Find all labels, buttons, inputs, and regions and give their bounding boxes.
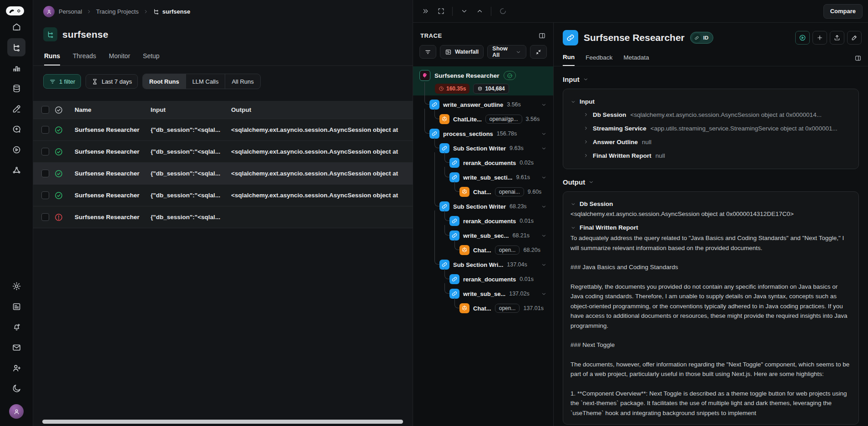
fullscreen-icon[interactable] <box>434 5 448 18</box>
trace-root-node[interactable]: Surfsense Researcher 160.35s 104,684 <box>413 66 553 95</box>
sidebar-item-datasets[interactable] <box>7 79 25 97</box>
chevron-down-icon[interactable] <box>541 175 547 180</box>
trace-filter-button[interactable] <box>419 45 436 59</box>
collapse-panel-icon[interactable] <box>419 5 432 18</box>
date-range-button[interactable]: Last 7 days <box>86 74 138 89</box>
node-name: process_sections <box>443 130 493 137</box>
workspace-avatar[interactable] <box>43 6 55 17</box>
chevron-down-icon[interactable] <box>541 102 547 108</box>
next-run-chevron-up-icon[interactable] <box>473 5 486 18</box>
panel-toggle-icon[interactable] <box>854 55 862 65</box>
chevron-down-icon[interactable] <box>541 291 547 297</box>
row-checkbox[interactable] <box>41 148 49 155</box>
tab-monitor[interactable]: Monitor <box>109 52 130 65</box>
previous-run-chevron-down-icon[interactable] <box>457 5 471 18</box>
sidebar-item-tracing[interactable] <box>7 38 25 56</box>
show-all-dropdown[interactable]: Show All <box>487 45 526 59</box>
user-avatar[interactable] <box>9 404 24 419</box>
sidebar-item-annotate-pen[interactable] <box>7 100 25 118</box>
breadcrumb-current-project[interactable]: surfsense <box>153 8 190 15</box>
segment-all-runs[interactable]: All Runs <box>225 74 260 89</box>
table-row[interactable]: Surfsense Researcher{"db_session":"<sqla… <box>33 185 413 206</box>
trace-top-bar: Compare <box>413 0 868 23</box>
compare-button[interactable]: Compare <box>823 4 863 19</box>
input-section-header[interactable]: Input <box>554 66 868 83</box>
sidebar-item-moon[interactable] <box>7 379 25 397</box>
filter-button[interactable]: 1 filter <box>43 74 81 89</box>
select-all-checkbox[interactable] <box>41 106 49 114</box>
column-header-output[interactable]: Output <box>231 106 413 113</box>
tab-setup[interactable]: Setup <box>143 52 160 65</box>
output-final-report-row[interactable]: Final Written Report <box>570 222 851 233</box>
detail-tab-feedback[interactable]: Feedback <box>585 54 612 65</box>
trace-node-write-sub-sec-[interactable]: write_sub_sec...68.21s <box>413 228 553 243</box>
node-name: write_sub_sec... <box>463 232 509 239</box>
input-field-db-session[interactable]: Db Session<sqlalchemy.ext.asyncio.sessio… <box>570 108 851 121</box>
sidebar-item-bell-plus[interactable] <box>7 318 25 336</box>
row-checkbox[interactable] <box>41 191 49 199</box>
breadcrumb-tracing-projects[interactable]: Tracing Projects <box>96 8 138 15</box>
share-button[interactable] <box>830 31 844 45</box>
trace-node-chat-[interactable]: Chat...open...137.01s <box>413 301 553 316</box>
trace-node-rerank-documents[interactable]: rerank_documents0.02s <box>413 155 553 170</box>
chevron-down-icon[interactable] <box>541 131 547 137</box>
input-field-streaming-service[interactable]: Streaming Service<app.utils.streaming_se… <box>570 121 851 135</box>
sidebar-item-charts[interactable] <box>7 59 25 77</box>
sidebar-item-home[interactable] <box>7 18 25 36</box>
column-header-name[interactable]: Name <box>68 106 151 113</box>
chevron-down-icon[interactable] <box>541 145 547 151</box>
sidebar-item-mail[interactable] <box>7 338 25 356</box>
detail-tab-metadata[interactable]: Metadata <box>624 54 649 65</box>
field-key: Db Session <box>593 111 626 118</box>
row-checkbox[interactable] <box>41 126 49 134</box>
trace-node-write-answer-outline[interactable]: write_answer_outline3.56s <box>413 97 553 112</box>
sidebar-item-settings-gear[interactable] <box>7 277 25 295</box>
chevron-down-icon[interactable] <box>541 233 547 239</box>
trace-node-write-sub-secti-[interactable]: write_sub_secti...9.61s <box>413 170 553 185</box>
sidebar-item-playground-play-circle[interactable] <box>7 140 25 159</box>
table-row[interactable]: Surfsense Researcher{"db_session":"<sqla… <box>33 206 413 228</box>
add-to-dataset-button[interactable] <box>812 31 827 45</box>
sidebar-item-prompt-comment-plus[interactable] <box>7 120 25 138</box>
trace-node-chat-[interactable]: Chat...openai...9.60s <box>413 185 553 199</box>
run-id-badge[interactable]: ID <box>690 32 714 44</box>
trace-node-sub-section-writer[interactable]: Sub Section Writer68.23s <box>413 199 553 214</box>
input-group-row[interactable]: Input <box>570 95 851 108</box>
trace-node-chatlite-[interactable]: ChatLite...openai/gp...3.56s <box>413 112 553 126</box>
sidebar-item-docs[interactable] <box>7 297 25 316</box>
column-header-input[interactable]: Input <box>151 106 231 113</box>
segment-llm-calls[interactable]: LLM Calls <box>186 74 226 89</box>
node-duration: 9.60s <box>528 189 542 195</box>
input-field-final-written-report[interactable]: Final Written Reportnull <box>570 149 851 162</box>
sidebar-item-user-plus[interactable] <box>7 359 25 377</box>
trace-node-sub-section-writer[interactable]: Sub Section Writer9.63s <box>413 141 553 155</box>
waterfall-view-button[interactable]: Waterfall <box>440 45 484 59</box>
open-in-playground-button[interactable] <box>795 31 810 45</box>
tab-runs[interactable]: Runs <box>44 52 60 65</box>
horizontal-scrollbar[interactable] <box>42 420 403 424</box>
trace-node-chat-[interactable]: Chat...open...68.20s <box>413 243 553 257</box>
chevron-down-icon[interactable] <box>541 204 547 210</box>
detail-tab-run[interactable]: Run <box>563 54 575 66</box>
output-section-header[interactable]: Output <box>554 169 868 186</box>
panel-toggle-icon[interactable] <box>538 32 546 40</box>
trace-node-process-sections[interactable]: process_sections156.78s <box>413 126 553 141</box>
collapse-all-button[interactable] <box>530 45 547 59</box>
segment-root-runs[interactable]: Root Runs <box>143 74 186 89</box>
tab-threads[interactable]: Threads <box>73 52 96 65</box>
table-row[interactable]: Surfsense Researcher{"db_session":"<sqla… <box>33 141 413 163</box>
table-row[interactable]: Surfsense Researcher{"db_session":"<sqla… <box>33 119 413 141</box>
annotate-button[interactable] <box>847 31 862 45</box>
row-checkbox[interactable] <box>41 170 49 177</box>
breadcrumb-personal[interactable]: Personal <box>59 8 82 15</box>
row-checkbox[interactable] <box>41 213 49 221</box>
output-db-session-row[interactable]: Db Session <box>570 198 851 210</box>
chevron-down-icon[interactable] <box>541 262 547 268</box>
sidebar-item-deployments-nodes[interactable] <box>7 161 25 179</box>
trace-node-sub-section-wri-[interactable]: Sub Section Wri...137.04s <box>413 257 553 272</box>
trace-node-rerank-documents[interactable]: rerank_documents0.01s <box>413 214 553 228</box>
input-field-answer-outline[interactable]: Answer Outlinenull <box>570 135 851 149</box>
trace-node-write-sub-se-[interactable]: write_sub_se...137.02s <box>413 286 553 301</box>
table-row[interactable]: Surfsense Researcher{"db_session":"<sqla… <box>33 163 413 185</box>
trace-node-rerank-documents[interactable]: rerank_documents0.01s <box>413 272 553 286</box>
